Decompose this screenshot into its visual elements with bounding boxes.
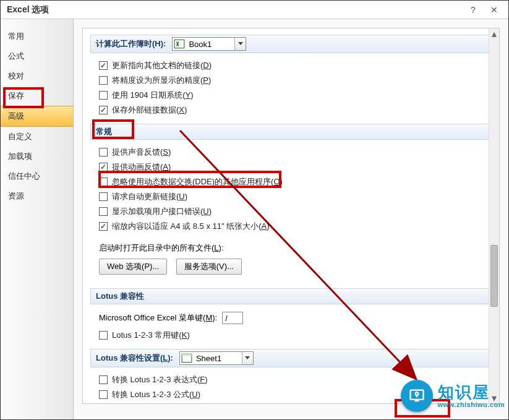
svg-rect-2 — [182, 354, 192, 356]
checkbox[interactable] — [99, 91, 108, 100]
section-lotus-header: Lotus 兼容性 — [90, 288, 492, 304]
svg-rect-0 — [175, 40, 185, 48]
service-options-button[interactable]: 服务选项(V)... — [176, 259, 242, 275]
checkbox[interactable] — [99, 331, 108, 340]
scroll-up-icon[interactable]: ▴ — [489, 28, 499, 39]
sidebar-item-加载项[interactable]: 加载项 — [1, 147, 73, 166]
close-button[interactable]: ✕ — [484, 3, 505, 17]
checkbox-row[interactable]: 请求自动更新链接(U) — [99, 189, 492, 204]
checkbox-row[interactable]: 缩放内容以适应 A4 或 8.5 x 11" 纸张大小(A) — [99, 219, 492, 234]
sidebar-item-校对[interactable]: 校对 — [1, 66, 73, 86]
sidebar-item-资源[interactable]: 资源 — [1, 186, 73, 206]
window-title: Excel 选项 — [7, 4, 463, 15]
excel-book-icon — [174, 38, 185, 49]
checkbox-row[interactable]: 更新指向其他文档的链接(D) — [99, 58, 492, 73]
section-general-header: 常规 — [90, 124, 492, 140]
sidebar-item-自定义[interactable]: 自定义 — [1, 127, 73, 147]
checkbox[interactable] — [99, 222, 108, 231]
sidebar-item-公式[interactable]: 公式 — [1, 46, 73, 66]
checkbox[interactable] — [99, 390, 108, 399]
section-calc-header: 计算此工作簿时(H): Book1 — [90, 35, 492, 53]
svg-rect-5 — [414, 400, 419, 402]
content-pane: 计算此工作簿时(H): Book1 更新指向其他文档的链接(D)将精度设为所显示… — [82, 28, 500, 404]
checkbox[interactable] — [99, 178, 108, 186]
svg-point-6 — [415, 392, 418, 395]
chevron-down-icon — [242, 352, 253, 364]
excel-sheet-icon — [181, 353, 192, 364]
help-button[interactable]: ? — [463, 3, 484, 17]
menu-key-row: Microsoft Office Excel 菜单键(M): — [99, 309, 492, 328]
checkbox-row[interactable]: 忽略使用动态数据交换(DDE)的其他应用程序(O) — [99, 174, 492, 189]
scroll-thumb[interactable] — [490, 245, 498, 307]
watermark-icon — [401, 380, 433, 412]
checkbox[interactable] — [99, 148, 108, 156]
chevron-down-icon — [234, 38, 246, 50]
checkbox[interactable] — [99, 375, 108, 384]
watermark: 知识屋 www.zhishiwu.com — [401, 380, 505, 412]
checkbox[interactable] — [99, 192, 108, 201]
checkbox[interactable] — [99, 76, 108, 85]
checkbox-row[interactable]: 使用 1904 日期系统(Y) — [99, 88, 492, 103]
titlebar: Excel 选项 ? ✕ — [1, 1, 508, 19]
sidebar: 常用公式校对保存高级自定义加载项信任中心资源 — [1, 19, 74, 419]
scrollbar[interactable]: ▴ ▾ — [489, 28, 499, 403]
checkbox[interactable] — [99, 106, 108, 114]
section-lotus-settings-header: Lotus 兼容性设置(L): Sheet1 — [90, 349, 492, 367]
checkbox-row[interactable]: Lotus 1-2-3 常用键(K) — [99, 328, 492, 343]
checkbox-row[interactable]: 保存外部链接数据(X) — [99, 103, 492, 118]
startup-folder-row: 启动时打开此目录中的所有文件(L): — [99, 240, 492, 257]
sheet-dropdown[interactable]: Sheet1 — [179, 351, 254, 365]
checkbox[interactable] — [99, 207, 108, 216]
checkbox[interactable] — [99, 163, 108, 171]
checkbox-row[interactable]: 显示加载项用户接口错误(U) — [99, 204, 492, 219]
web-options-button[interactable]: Web 选项(P)... — [99, 259, 167, 275]
sidebar-item-高级[interactable]: 高级 — [1, 106, 73, 127]
sidebar-item-保存[interactable]: 保存 — [1, 86, 73, 106]
sidebar-item-常用[interactable]: 常用 — [1, 27, 73, 46]
checkbox[interactable] — [99, 61, 108, 70]
checkbox-row[interactable]: 提供声音反馈(S) — [99, 145, 492, 160]
menu-key-input[interactable] — [222, 312, 243, 324]
sidebar-item-信任中心[interactable]: 信任中心 — [1, 166, 73, 186]
checkbox-row[interactable]: 将精度设为所显示的精度(P) — [99, 73, 492, 88]
checkbox-row[interactable]: 提供动画反馈(A) — [99, 160, 492, 174]
workbook-dropdown[interactable]: Book1 — [172, 37, 246, 51]
